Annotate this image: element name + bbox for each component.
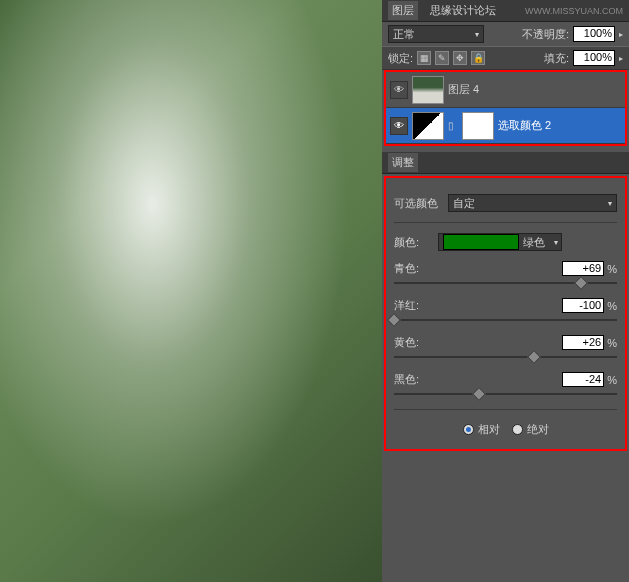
slider-thumb[interactable] — [574, 276, 588, 290]
color-swatch — [443, 234, 519, 250]
slider-track[interactable] — [394, 319, 617, 321]
radio-label: 相对 — [478, 422, 500, 437]
slider-track[interactable] — [394, 356, 617, 358]
lock-all-icon[interactable]: 🔒 — [471, 51, 485, 65]
radio-label: 绝对 — [527, 422, 549, 437]
slider-track[interactable] — [394, 282, 617, 284]
fill-label: 填充: — [544, 51, 569, 66]
slider-thumb[interactable] — [527, 350, 541, 364]
lock-transparency-icon[interactable]: ▦ — [417, 51, 431, 65]
slider-value-input[interactable]: +69 — [562, 261, 604, 276]
opacity-chevron-icon[interactable]: ▸ — [619, 30, 623, 39]
slider-row: 黑色:-24% — [394, 372, 617, 395]
radio-icon — [463, 424, 474, 435]
tab-adjustments[interactable]: 调整 — [388, 153, 418, 172]
layers-list: 👁 图层 4 👁 ▯ 选取颜色 2 — [384, 70, 627, 146]
blend-opacity-row: 正常 不透明度: 100% ▸ — [382, 22, 629, 46]
percent-label: % — [607, 337, 617, 349]
method-row: 相对 绝对 — [394, 422, 617, 437]
percent-label: % — [607, 374, 617, 386]
visibility-icon[interactable]: 👁 — [390, 81, 408, 99]
slider-row: 青色:+69% — [394, 261, 617, 284]
percent-label: % — [607, 263, 617, 275]
slider-value-input[interactable]: -24 — [562, 372, 604, 387]
percent-label: % — [607, 300, 617, 312]
layer-item-selected[interactable]: 👁 ▯ 选取颜色 2 — [386, 108, 625, 144]
slider-track[interactable] — [394, 393, 617, 395]
lock-row: 锁定: ▦ ✎ ✥ 🔒 填充: 100% ▸ — [382, 46, 629, 70]
slider-value-input[interactable]: +26 — [562, 335, 604, 350]
tab-forum[interactable]: 思缘设计论坛 — [426, 1, 500, 20]
slider-value-input[interactable]: -100 — [562, 298, 604, 313]
right-panels: 图层 思缘设计论坛 WWW.MISSYUAN.COM 正常 不透明度: 100%… — [382, 0, 629, 582]
opacity-label: 不透明度: — [522, 27, 569, 42]
fill-chevron-icon[interactable]: ▸ — [619, 54, 623, 63]
adjustments-panel: 调整 可选颜色 自定 颜色: 绿色 青色:+69%洋红:-100%黄色:+26%… — [382, 152, 629, 453]
layer-name-label[interactable]: 图层 4 — [448, 82, 621, 97]
opacity-input[interactable]: 100% — [573, 26, 615, 42]
canvas-image — [0, 0, 382, 582]
separator — [394, 409, 617, 410]
link-icon[interactable]: ▯ — [448, 120, 458, 131]
layer-item[interactable]: 👁 图层 4 — [386, 72, 625, 108]
slider-thumb[interactable] — [472, 387, 486, 401]
slider-row: 黄色:+26% — [394, 335, 617, 358]
preset-select[interactable]: 自定 — [448, 194, 617, 212]
layers-panel-header: 图层 思缘设计论坛 WWW.MISSYUAN.COM — [382, 0, 629, 22]
color-name: 绿色 — [523, 235, 545, 250]
radio-absolute[interactable]: 绝对 — [512, 422, 549, 437]
visibility-icon[interactable]: 👁 — [390, 117, 408, 135]
watermark-text: WWW.MISSYUAN.COM — [525, 6, 623, 16]
color-select[interactable]: 绿色 — [438, 233, 562, 251]
fill-input[interactable]: 100% — [573, 50, 615, 66]
slider-label: 青色: — [394, 261, 419, 276]
preset-row: 可选颜色 自定 — [394, 194, 617, 212]
layer-thumbnail[interactable] — [412, 76, 444, 104]
radio-icon — [512, 424, 523, 435]
separator — [394, 222, 617, 223]
mask-thumbnail[interactable] — [462, 112, 494, 140]
layer-name-label[interactable]: 选取颜色 2 — [498, 118, 621, 133]
slider-label: 洋红: — [394, 298, 419, 313]
lock-position-icon[interactable]: ✥ — [453, 51, 467, 65]
layers-panel: 图层 思缘设计论坛 WWW.MISSYUAN.COM 正常 不透明度: 100%… — [382, 0, 629, 146]
slider-label: 黄色: — [394, 335, 419, 350]
slider-thumb[interactable] — [387, 313, 401, 327]
tab-layers[interactable]: 图层 — [388, 1, 418, 20]
adjustments-header: 调整 — [382, 152, 629, 174]
slider-row: 洋红:-100% — [394, 298, 617, 321]
slider-label: 黑色: — [394, 372, 419, 387]
blend-mode-select[interactable]: 正常 — [388, 25, 484, 43]
color-label: 颜色: — [394, 235, 432, 250]
adjustment-thumbnail[interactable] — [412, 112, 444, 140]
radio-relative[interactable]: 相对 — [463, 422, 500, 437]
adjustments-body: 可选颜色 自定 颜色: 绿色 青色:+69%洋红:-100%黄色:+26%黑色:… — [386, 178, 625, 449]
lock-label: 锁定: — [388, 51, 413, 66]
lock-paint-icon[interactable]: ✎ — [435, 51, 449, 65]
color-row: 颜色: 绿色 — [394, 233, 617, 251]
adjustment-type-label: 可选颜色 — [394, 196, 438, 211]
